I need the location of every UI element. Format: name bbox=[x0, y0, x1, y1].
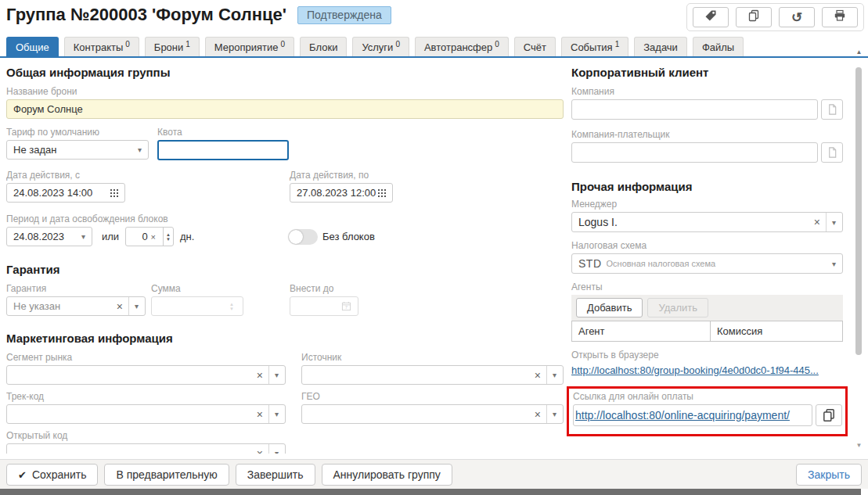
agents-label: Агенты bbox=[571, 282, 843, 292]
right-column: Корпоративный клиент Компания Компания-п… bbox=[571, 58, 843, 436]
status-badge: Подтверждена bbox=[297, 6, 391, 24]
to-preliminary-button[interactable]: В предварительную bbox=[104, 464, 229, 486]
tax-code: STD bbox=[578, 257, 602, 270]
agents-table: Агент Комиссия bbox=[571, 321, 843, 342]
document-icon bbox=[827, 146, 838, 159]
table-header-row: Агент Комиссия bbox=[572, 321, 843, 342]
commission-column-header[interactable]: Комиссия bbox=[711, 321, 843, 342]
clear-icon[interactable]: × bbox=[254, 369, 266, 382]
stepper-arrows: ▲ ▼ bbox=[227, 297, 236, 315]
date-from-input[interactable]: 24.08.2023 14:00 bbox=[6, 183, 125, 203]
date-to-input[interactable]: 27.08.2023 12:00 bbox=[290, 183, 393, 203]
quota-input[interactable] bbox=[157, 140, 289, 160]
agent-column-header[interactable]: Агент bbox=[572, 321, 711, 342]
chevron-down-icon: ▾ bbox=[547, 410, 556, 418]
tax-scheme-select[interactable]: STD Основная налоговая схема ▾ bbox=[571, 253, 843, 274]
history-button[interactable]: ↺ bbox=[779, 7, 815, 27]
payment-link-highlight: Ссылка для онлайн оплаты http://localhos… bbox=[567, 386, 848, 436]
tab-event[interactable]: Мероприятие0 bbox=[205, 37, 294, 56]
track-code-select[interactable]: × ▾ bbox=[6, 404, 286, 424]
delete-agent-button[interactable]: Удалить bbox=[647, 298, 708, 317]
default-tariff-select[interactable]: Не задан ▾ bbox=[6, 140, 149, 160]
chevron-down-icon: ▾ bbox=[77, 232, 85, 241]
tab-blocks[interactable]: Блоки bbox=[300, 37, 347, 56]
open-in-browser-label: Открыть в браузере bbox=[571, 350, 843, 360]
market-segment-label: Сегмент рынка bbox=[6, 352, 286, 363]
scrollbar-thumb[interactable] bbox=[855, 67, 862, 355]
no-blocks-toggle[interactable] bbox=[288, 229, 318, 245]
tags-button[interactable] bbox=[693, 7, 729, 27]
spin-down-icon: ▼ bbox=[166, 237, 171, 242]
tab-contracts[interactable]: Контракты0 bbox=[64, 37, 139, 56]
chevron-down-icon: ▾ bbox=[269, 410, 279, 418]
market-segment-select[interactable]: × ▾ bbox=[6, 365, 286, 385]
release-date-select[interactable]: 24.08.2023 ▾ bbox=[6, 227, 92, 246]
tab-general[interactable]: Общие bbox=[6, 37, 59, 56]
save-button[interactable]: ✔Сохранить bbox=[6, 464, 98, 486]
copy-icon bbox=[747, 9, 760, 25]
finish-button[interactable]: Завершить bbox=[236, 464, 315, 486]
scroll-up-icon[interactable]: ▲ bbox=[855, 48, 863, 56]
date-from-label: Дата действия, с bbox=[6, 170, 125, 181]
clear-icon[interactable]: × bbox=[531, 369, 544, 382]
check-icon: ✔ bbox=[18, 469, 27, 481]
payer-company-input[interactable] bbox=[571, 142, 818, 163]
chevron-down-icon: ▾ bbox=[827, 260, 836, 268]
manager-select[interactable]: Logus I. × ▾ bbox=[571, 212, 843, 232]
print-button[interactable] bbox=[822, 7, 858, 27]
clear-icon[interactable]: × bbox=[531, 408, 544, 421]
tab-invoice[interactable]: Счёт bbox=[514, 37, 556, 56]
close-button[interactable]: Закрыть bbox=[796, 464, 862, 486]
chevron-down-icon: ▾ bbox=[129, 302, 139, 310]
tab-tasks[interactable]: Задачи bbox=[634, 37, 687, 56]
clear-icon[interactable]: × bbox=[254, 408, 266, 421]
corporate-client-heading: Корпоративный клиент bbox=[571, 66, 843, 80]
booking-name-label: Название брони bbox=[6, 86, 564, 97]
stepper-arrows[interactable]: ▲ ▼ bbox=[163, 228, 173, 246]
group-booking-link[interactable]: http://localhost:80/group-booking/4e0d0d… bbox=[571, 364, 819, 376]
no-blocks-label: Без блоков bbox=[322, 227, 375, 247]
default-tariff-label: Тариф по умолчанию bbox=[6, 127, 149, 138]
clear-icon[interactable]: × bbox=[254, 447, 266, 454]
history-icon: ↺ bbox=[791, 11, 802, 24]
clear-icon[interactable]: × bbox=[811, 216, 823, 228]
tab-services[interactable]: Услуги0 bbox=[352, 37, 409, 56]
source-label: Источник bbox=[301, 352, 564, 363]
tab-files[interactable]: Файлы bbox=[693, 37, 744, 56]
release-days-stepper[interactable]: 0 × ▲ ▼ bbox=[125, 227, 174, 246]
quota-label: Квота bbox=[157, 127, 289, 138]
booking-name-input[interactable]: Форум Солнце bbox=[6, 99, 564, 119]
annul-group-button[interactable]: Аннулировать группу bbox=[322, 464, 452, 486]
date-to-label: Дата действия, по bbox=[290, 170, 393, 181]
company-input[interactable] bbox=[571, 99, 818, 120]
footer-toolbar: ✔Сохранить В предварительную Завершить А… bbox=[0, 459, 868, 489]
clear-icon[interactable]: × bbox=[148, 232, 159, 242]
payment-link-label: Ссылка для онлайн оплаты bbox=[573, 391, 842, 402]
page-title: Группа №200003 'Форум Солнце' bbox=[6, 5, 286, 25]
chevron-down-icon: ▾ bbox=[269, 449, 279, 454]
source-select[interactable]: × ▾ bbox=[301, 365, 564, 385]
geo-select[interactable]: × ▾ bbox=[301, 404, 564, 424]
content-area: Общая информация группы Название брони Ф… bbox=[0, 58, 868, 459]
payment-link-input[interactable]: http://localhost:80/online-acquiring/pay… bbox=[573, 404, 812, 426]
open-code-label: Открытый код bbox=[6, 430, 286, 441]
company-card-button[interactable] bbox=[821, 99, 843, 120]
open-code-select[interactable]: × ▾ bbox=[6, 443, 286, 454]
add-agent-button[interactable]: Добавить bbox=[576, 298, 643, 317]
company-label: Компания bbox=[571, 86, 843, 97]
tag-icon bbox=[704, 9, 717, 25]
amount-stepper: ▲ ▼ bbox=[151, 296, 243, 316]
due-date-input: 7 bbox=[290, 296, 358, 316]
duplicate-button[interactable] bbox=[736, 7, 772, 27]
chevron-down-icon: ▾ bbox=[269, 371, 279, 379]
clear-icon[interactable]: × bbox=[113, 300, 126, 313]
copy-payment-link-button[interactable] bbox=[816, 404, 842, 426]
scroll-down-icon[interactable]: ▼ bbox=[855, 442, 863, 449]
calendar-grid-icon bbox=[378, 189, 386, 197]
payer-card-button[interactable] bbox=[821, 142, 843, 163]
tab-bookings[interactable]: Брони1 bbox=[145, 37, 200, 56]
payment-link[interactable]: http://localhost:80/online-acquiring/pay… bbox=[575, 409, 790, 421]
tab-events[interactable]: События1 bbox=[561, 37, 628, 56]
guarantee-select[interactable]: Не указан × ▾ bbox=[6, 296, 146, 316]
tab-autotransfer[interactable]: Автотрансфер0 bbox=[415, 37, 509, 56]
